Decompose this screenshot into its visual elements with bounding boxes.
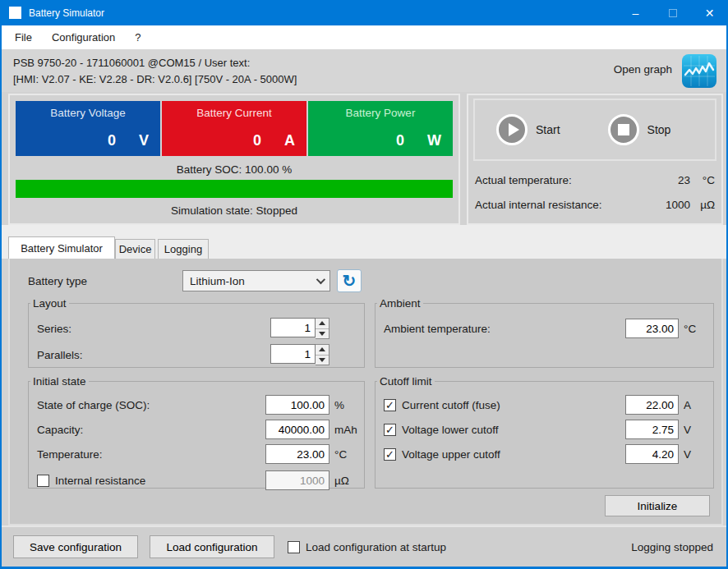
current-cutoff-unit: A (679, 399, 707, 411)
battery-type-select[interactable]: Lithium-Ion (182, 270, 330, 291)
device-info-bar: PSB 9750-20 - 1711060001 @COM15 / User t… (2, 49, 726, 92)
soc-input[interactable] (265, 395, 329, 415)
parallels-down-button[interactable] (316, 355, 329, 365)
logging-status-label: Logging stopped (631, 541, 713, 553)
device-info-line2: [HMI: V2.07 - KE: V2.28 - DR: V2.0.6] [7… (13, 71, 297, 88)
app-icon (9, 7, 21, 19)
open-graph-label[interactable]: Open graph (614, 63, 672, 76)
arrow-up-icon (319, 321, 325, 325)
title-bar: Battery Simulator – ✕ (0, 0, 728, 25)
arrow-up-icon (319, 347, 325, 351)
voltage-upper-cutoff-input[interactable] (625, 444, 679, 464)
voltage-upper-cutoff-checkbox[interactable]: ✓ (384, 448, 396, 461)
temperature-unit: °C (329, 448, 357, 461)
control-panel: Start Stop Actual temperature: 23 °C Act… (467, 94, 723, 225)
arrow-down-icon (319, 358, 325, 362)
soc-label: State of charge (SOC): (37, 399, 265, 411)
actual-temperature-label: Actual temperature: (475, 174, 654, 186)
battery-current-label: Battery Current (162, 101, 306, 119)
battery-current-unit: A (284, 132, 295, 149)
soc-unit: % (329, 399, 357, 411)
temperature-label: Temperature: (37, 448, 265, 461)
voltage-upper-cutoff-label: Voltage upper cutoff (396, 448, 625, 461)
ambient-temperature-unit: °C (679, 323, 707, 335)
battery-power-unit: W (427, 132, 441, 149)
initial-state-group-title: Initial state (30, 375, 89, 388)
battery-power-label: Battery Power (308, 101, 453, 119)
maximize-button[interactable] (654, 0, 691, 25)
internal-resistance-checkbox[interactable] (37, 475, 49, 487)
actual-temperature-row: Actual temperature: 23 °C (475, 174, 715, 186)
close-icon: ✕ (705, 7, 715, 20)
series-input[interactable] (270, 318, 316, 337)
menu-bar: File Configuration ? (2, 25, 726, 49)
check-icon: ✓ (385, 424, 394, 436)
save-configuration-button[interactable]: Save configuration (13, 535, 138, 558)
battery-voltage-meter: Battery Voltage 0 V (16, 101, 160, 156)
layout-group-title: Layout (30, 297, 69, 310)
battery-voltage-label: Battery Voltage (16, 101, 160, 119)
internal-resistance-unit: µΩ (329, 475, 357, 487)
parallels-input[interactable] (270, 344, 316, 364)
start-label: Start (536, 123, 560, 136)
arrow-down-icon (319, 332, 325, 336)
start-button[interactable] (496, 114, 528, 145)
series-down-button[interactable] (316, 328, 329, 339)
ambient-group-title: Ambient (377, 297, 423, 310)
ambient-temperature-input[interactable] (625, 319, 679, 338)
cutoff-limit-group: Cutoff limit ✓ Current cutoff (fuse) A ✓… (375, 375, 714, 489)
graph-icon[interactable] (682, 54, 716, 88)
minimize-button[interactable]: – (617, 0, 654, 25)
internal-resistance-input[interactable] (265, 470, 329, 490)
menu-configuration[interactable]: Configuration (42, 27, 125, 48)
internal-resistance-label: Internal resistance (49, 475, 265, 487)
initialize-button[interactable]: Initialize (605, 495, 710, 516)
load-at-startup-checkbox[interactable] (288, 541, 300, 553)
tab-battery-simulator[interactable]: Battery Simulator (8, 236, 115, 259)
capacity-input[interactable] (265, 420, 329, 439)
chevron-down-icon (316, 275, 325, 284)
current-cutoff-input[interactable] (625, 395, 679, 415)
series-label: Series: (37, 323, 270, 335)
load-configuration-button[interactable]: Load configuration (150, 535, 274, 558)
simulation-state-label: Simulation state: Stopped (10, 204, 458, 217)
menu-help[interactable]: ? (125, 27, 150, 48)
device-info-line1: PSB 9750-20 - 1711060001 @COM15 / User t… (13, 55, 297, 71)
minimize-icon: – (633, 7, 639, 20)
tab-device[interactable]: Device (115, 239, 155, 259)
voltage-upper-cutoff-unit: V (679, 448, 707, 461)
battery-type-label: Battery type (28, 275, 182, 287)
menu-file[interactable]: File (5, 27, 42, 48)
battery-type-value: Lithium-Ion (190, 275, 316, 287)
parallels-label: Parallels: (37, 349, 270, 361)
status-panel: Battery Voltage 0 V Battery Current 0 A … (8, 94, 460, 225)
battery-current-meter: Battery Current 0 A (162, 101, 306, 156)
capacity-label: Capacity: (37, 424, 265, 436)
check-icon: ✓ (385, 399, 394, 411)
start-stop-box: Start Stop (473, 99, 716, 161)
current-cutoff-checkbox[interactable]: ✓ (384, 399, 396, 411)
app-window: Battery Simulator – ✕ File Configuration… (0, 0, 728, 569)
cutoff-limit-group-title: Cutoff limit (377, 375, 435, 388)
temperature-input[interactable] (265, 444, 329, 464)
refresh-button[interactable]: ↻ (337, 269, 362, 292)
voltage-lower-cutoff-unit: V (679, 424, 707, 436)
soc-progress-fill (16, 180, 453, 198)
actual-resistance-unit: µΩ (690, 199, 715, 211)
voltage-lower-cutoff-input[interactable] (625, 420, 679, 439)
ambient-temperature-label: Ambient temperature: (384, 323, 625, 335)
series-up-button[interactable] (316, 319, 329, 328)
window-title: Battery Simulator (29, 7, 104, 19)
soc-progress-bar (16, 180, 453, 198)
voltage-lower-cutoff-checkbox[interactable]: ✓ (384, 424, 396, 436)
actual-resistance-row: Actual internal resistance: 1000 µΩ (475, 199, 715, 211)
check-icon: ✓ (385, 448, 394, 461)
refresh-icon: ↻ (343, 272, 357, 290)
actual-temperature-unit: °C (690, 174, 715, 186)
parallels-up-button[interactable] (316, 345, 329, 355)
parallels-stepper (270, 344, 329, 365)
battery-power-value: 0 (396, 132, 404, 149)
tab-logging[interactable]: Logging (158, 239, 209, 259)
close-button[interactable]: ✕ (691, 0, 728, 25)
stop-button[interactable] (608, 114, 639, 145)
